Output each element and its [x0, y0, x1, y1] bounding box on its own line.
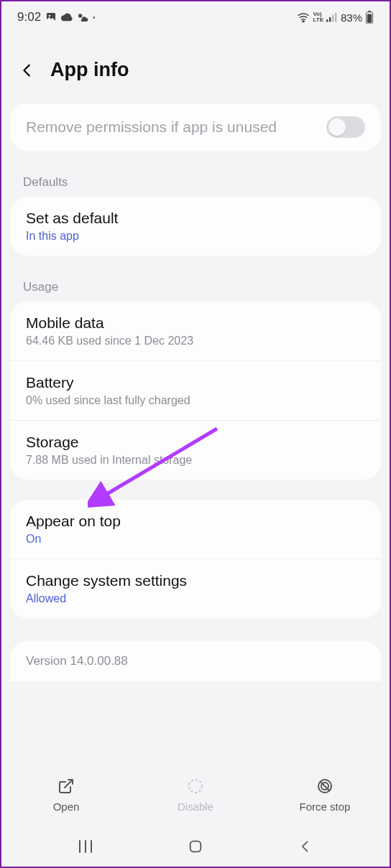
- svg-point-2: [78, 14, 82, 17]
- permissions-card: Remove permissions if app is unused: [10, 103, 381, 151]
- svg-point-3: [303, 21, 304, 22]
- dot-icon: •: [93, 14, 96, 22]
- page-title: App info: [50, 59, 129, 81]
- storage-title: Storage: [26, 434, 365, 451]
- status-bar: 9:02 • Vo)LTE 83%: [1, 6, 390, 29]
- home-button[interactable]: [185, 838, 206, 855]
- version-card: Version 14.0.00.88: [10, 641, 381, 681]
- remove-permissions-row[interactable]: Remove permissions if app is unused: [10, 103, 381, 151]
- status-left: 9:02 •: [17, 10, 96, 24]
- mobile-data-title: Mobile data: [26, 314, 365, 332]
- battery-title: Battery: [26, 374, 365, 391]
- remove-permissions-label: Remove permissions if app is unused: [26, 118, 277, 136]
- svg-rect-7: [335, 13, 336, 22]
- storage-row[interactable]: Storage 7.88 MB used in Internal storage: [10, 420, 381, 480]
- svg-rect-4: [326, 19, 328, 22]
- change-system-settings-title: Change system settings: [26, 572, 365, 589]
- svg-point-11: [189, 780, 202, 793]
- defaults-card: Set as default In this app: [10, 197, 381, 256]
- appear-on-top-row[interactable]: Appear on top On: [10, 500, 381, 559]
- force-stop-button[interactable]: Force stop: [260, 762, 390, 826]
- appear-on-top-sub: On: [26, 533, 365, 546]
- svg-rect-5: [329, 17, 331, 22]
- header: App info: [1, 29, 390, 103]
- battery-row[interactable]: Battery 0% used since last fully charged: [10, 360, 381, 420]
- system-card: Appear on top On Change system settings …: [10, 500, 381, 618]
- force-stop-icon: [315, 776, 335, 796]
- disable-label: Disable: [178, 801, 213, 813]
- wifi-icon: [297, 12, 310, 22]
- svg-point-1: [49, 15, 51, 17]
- svg-rect-6: [332, 15, 334, 22]
- volte-icon: Vo)LTE: [313, 11, 323, 23]
- recents-button[interactable]: [75, 838, 96, 855]
- defaults-section-label: Defaults: [1, 161, 390, 197]
- disable-button[interactable]: Disable: [131, 762, 260, 826]
- weather-icon: [77, 12, 88, 22]
- open-label: Open: [53, 801, 80, 813]
- battery-icon: [365, 11, 374, 24]
- usage-section-label: Usage: [1, 266, 390, 302]
- usage-card: Mobile data 64.46 KB used since 1 Dec 20…: [10, 302, 381, 480]
- set-as-default-sub: In this app: [26, 230, 365, 243]
- set-as-default-title: Set as default: [26, 210, 365, 227]
- remove-permissions-toggle[interactable]: [326, 116, 365, 138]
- change-system-settings-row[interactable]: Change system settings Allowed: [10, 559, 381, 618]
- force-stop-label: Force stop: [300, 801, 351, 813]
- mobile-data-row[interactable]: Mobile data 64.46 KB used since 1 Dec 20…: [10, 302, 381, 360]
- battery-sub: 0% used since last fully charged: [26, 394, 365, 407]
- android-nav-bar: [1, 826, 390, 867]
- disable-icon: [185, 776, 206, 796]
- change-system-settings-sub: Allowed: [26, 592, 365, 605]
- back-button[interactable]: [17, 60, 37, 80]
- nav-back-button[interactable]: [295, 838, 316, 855]
- bottom-actions: Open Disable Force stop: [1, 762, 390, 826]
- battery-percent: 83%: [341, 11, 362, 24]
- set-as-default-row[interactable]: Set as default In this app: [10, 197, 381, 256]
- appear-on-top-title: Appear on top: [26, 513, 365, 530]
- mobile-data-sub: 64.46 KB used since 1 Dec 2023: [26, 335, 365, 347]
- storage-sub: 7.88 MB used in Internal storage: [26, 454, 365, 467]
- status-right: Vo)LTE 83%: [297, 11, 374, 24]
- cloud-icon: [61, 13, 73, 22]
- open-icon: [56, 776, 76, 796]
- svg-rect-18: [190, 841, 201, 852]
- open-button[interactable]: Open: [1, 762, 131, 826]
- gallery-icon: [45, 11, 57, 23]
- signal-icon: [326, 12, 338, 22]
- svg-rect-10: [367, 14, 372, 23]
- status-time: 9:02: [17, 10, 41, 24]
- version-text: Version 14.0.00.88: [26, 654, 365, 668]
